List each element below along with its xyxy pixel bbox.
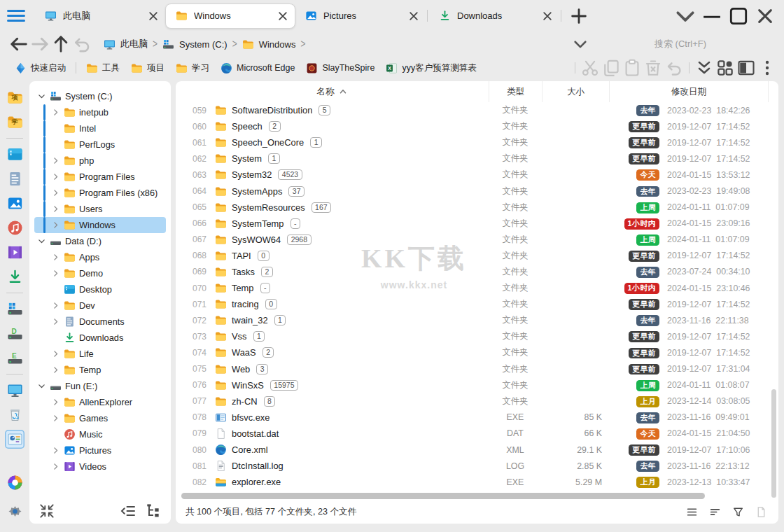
hamburger-menu-icon[interactable] bbox=[7, 8, 25, 24]
downloads-shortcut[interactable] bbox=[5, 267, 24, 286]
file-row-WinSxS[interactable]: 076WinSxS15975文件夹上周2024-01-11 01:08:07 bbox=[176, 377, 778, 393]
file-row-System32[interactable]: 063System324523文件夹今天2024-01-15 13:53:12 bbox=[176, 167, 778, 183]
tree-item-Windows[interactable]: Windows bbox=[34, 217, 166, 233]
tree-item-Users[interactable]: Users bbox=[34, 201, 166, 217]
chevron-down-icon[interactable] bbox=[37, 382, 46, 391]
back-button[interactable] bbox=[8, 34, 29, 54]
drive-c-shortcut[interactable] bbox=[5, 300, 24, 318]
quick-item-工具[interactable]: 工具 bbox=[81, 60, 125, 76]
tree-item-System (C:)[interactable]: System (C:) bbox=[34, 88, 166, 104]
tree-item-PerfLogs[interactable]: PerfLogs bbox=[34, 136, 166, 153]
tree-item-Pictures[interactable]: Pictures bbox=[34, 442, 166, 458]
cut-button[interactable] bbox=[580, 59, 600, 77]
file-row-Speech_OneCore[interactable]: 061Speech_OneCore1文件夹更早前2019-12-07 17:14… bbox=[176, 134, 778, 150]
outdent-tree-button[interactable] bbox=[120, 503, 136, 519]
quick-launch-button[interactable]: 快速启动 bbox=[10, 60, 71, 76]
chevron-right-icon[interactable] bbox=[51, 188, 60, 197]
minimize-button[interactable] bbox=[699, 6, 725, 27]
chevron-right-icon[interactable] bbox=[51, 269, 60, 278]
tree-item-Intel[interactable]: Intel bbox=[34, 120, 166, 136]
file-row-twain_32[interactable]: 072twain_321文件夹去年2023-11-16 22:11:38 bbox=[176, 312, 778, 328]
file-row-DtcInstall.log[interactable]: 081DtcInstall.logLOG2.85 K去年2023-11-16 2… bbox=[176, 458, 778, 474]
breadcrumb-item[interactable]: Windows bbox=[242, 38, 296, 50]
chevron-right-icon[interactable] bbox=[51, 349, 60, 358]
delete-button[interactable] bbox=[643, 59, 663, 77]
chevron-right-icon[interactable] bbox=[51, 220, 60, 230]
tree-item-Life[interactable]: Life bbox=[34, 346, 166, 362]
chevron-right-icon[interactable] bbox=[51, 398, 60, 407]
documents-shortcut[interactable] bbox=[5, 169, 24, 188]
filter-icon[interactable] bbox=[732, 506, 744, 518]
expand-all-button[interactable] bbox=[694, 59, 714, 77]
file-row-SoftwareDistribution[interactable]: 059SoftwareDistribution5文件夹去年2023-02-23 … bbox=[176, 102, 778, 118]
tab-Pictures[interactable]: Pictures bbox=[295, 5, 426, 27]
tree-item-Videos[interactable]: Videos bbox=[34, 458, 166, 475]
chevron-right-icon[interactable] bbox=[51, 365, 60, 374]
chevron-right-icon[interactable] bbox=[51, 462, 60, 471]
file-row-TAPI[interactable]: 068TAPI0文件夹更早前2019-12-07 17:14:52 bbox=[176, 248, 778, 264]
tree-item-Desktop[interactable]: Desktop bbox=[34, 281, 166, 298]
vertical-scrollbar-thumb[interactable] bbox=[771, 389, 776, 498]
this-pc-shortcut[interactable] bbox=[5, 381, 24, 400]
chevron-down-icon[interactable] bbox=[37, 92, 46, 101]
quick-item-SlayTheSpire[interactable]: SlayTheSpire bbox=[301, 60, 379, 76]
preview-pane-icon[interactable] bbox=[755, 506, 767, 518]
new-tab-button[interactable] bbox=[568, 6, 589, 26]
settings-button[interactable] bbox=[5, 502, 24, 521]
file-row-SysWOW64[interactable]: 067SysWOW642968文件夹上周2024-01-11 01:07:09 bbox=[176, 232, 778, 248]
chevron-right-icon[interactable] bbox=[51, 204, 60, 214]
tab-此电脑[interactable]: 此电脑 bbox=[35, 5, 165, 27]
tree-item-Apps[interactable]: Apps bbox=[34, 249, 166, 265]
tab-Downloads[interactable]: Downloads bbox=[429, 5, 559, 27]
desktop-shortcut[interactable] bbox=[5, 145, 24, 164]
apps-grid-button[interactable] bbox=[715, 59, 735, 77]
column-header-modified[interactable]: 修改日期 bbox=[609, 81, 769, 102]
chevron-right-icon[interactable] bbox=[51, 172, 60, 181]
collapse-all-button[interactable] bbox=[38, 503, 55, 519]
tab-Windows[interactable]: Windows bbox=[165, 4, 295, 29]
tree-item-Games[interactable]: Games bbox=[34, 410, 166, 426]
column-header-size[interactable]: 大小 bbox=[542, 81, 609, 102]
pinned-folder-xuexi[interactable]: 学 bbox=[5, 113, 24, 132]
forward-button[interactable] bbox=[29, 34, 50, 54]
file-row-SystemResources[interactable]: 065SystemResources167文件夹上周2024-01-11 01:… bbox=[176, 200, 778, 216]
column-header-type[interactable]: 类型 bbox=[489, 81, 542, 102]
maximize-button[interactable] bbox=[725, 6, 752, 27]
recycle-bin-shortcut[interactable] bbox=[5, 405, 24, 424]
more-options-button[interactable] bbox=[757, 59, 777, 77]
chevron-right-icon[interactable] bbox=[51, 253, 60, 262]
up-button[interactable] bbox=[50, 34, 71, 54]
chevron-right-icon[interactable] bbox=[51, 156, 60, 165]
file-row-explorer.exe[interactable]: 082explorer.exeEXE5.29 M上月2023-12-13 10:… bbox=[176, 474, 778, 490]
tree-view-button[interactable] bbox=[145, 503, 162, 519]
drive-d-shortcut[interactable]: D bbox=[5, 324, 24, 343]
history-undo-button[interactable] bbox=[71, 34, 92, 54]
tree-item-php[interactable]: php bbox=[34, 153, 166, 169]
tree-item-Fun (E:)[interactable]: Fun (E:) bbox=[34, 378, 166, 394]
quick-item-Microsoft Edge[interactable]: Microsoft Edge bbox=[216, 60, 300, 76]
file-row-Speech[interactable]: 060Speech2文件夹更早前2019-12-07 17:14:52 bbox=[176, 118, 778, 134]
breadcrumb-item[interactable]: System (C:) bbox=[162, 38, 227, 50]
tab-list-chevron-icon[interactable] bbox=[672, 6, 699, 27]
chevron-right-icon[interactable] bbox=[51, 301, 60, 310]
file-row-tracing[interactable]: 071tracing0文件夹更早前2019-12-07 17:14:52 bbox=[176, 296, 778, 312]
tree-item-AllenExplorer[interactable]: AllenExplorer bbox=[34, 394, 166, 410]
sort-options-icon[interactable] bbox=[709, 506, 721, 518]
chevron-right-icon[interactable] bbox=[51, 414, 60, 423]
tree-item-Downloads[interactable]: Downloads bbox=[34, 330, 166, 346]
file-row-Web[interactable]: 075Web3文件夹更早前2019-12-07 17:31:04 bbox=[176, 361, 778, 377]
tab-close-icon[interactable] bbox=[275, 8, 290, 24]
music-shortcut[interactable] bbox=[5, 218, 24, 237]
tree-item-Music[interactable]: Music bbox=[34, 426, 166, 442]
file-row-bootstat.dat[interactable]: 079bootstat.datDAT66 K今天2024-01-15 21:04… bbox=[176, 426, 778, 442]
chevron-right-icon[interactable] bbox=[51, 317, 60, 326]
file-row-Vss[interactable]: 073Vss1文件夹更早前2019-12-07 17:14:52 bbox=[176, 328, 778, 344]
file-row-System[interactable]: 062System1文件夹更早前2019-12-07 17:14:52 bbox=[176, 150, 778, 167]
view-list-icon[interactable] bbox=[686, 506, 698, 518]
tab-close-icon[interactable] bbox=[540, 8, 555, 24]
file-row-SystemTemp[interactable]: 066SystemTemp-文件夹1小时内2024-01-15 23:09:16 bbox=[176, 216, 778, 232]
quick-item-项目[interactable]: 项目 bbox=[126, 60, 169, 76]
tree-item-Program Files (x86)[interactable]: Program Files (x86) bbox=[34, 185, 166, 201]
quick-item-yyy客户预算测算表[interactable]: Xyyy客户预算测算表 bbox=[381, 60, 481, 76]
file-row-Tasks[interactable]: 069Tasks2文件夹去年2023-07-24 00:34:10 bbox=[176, 264, 778, 280]
